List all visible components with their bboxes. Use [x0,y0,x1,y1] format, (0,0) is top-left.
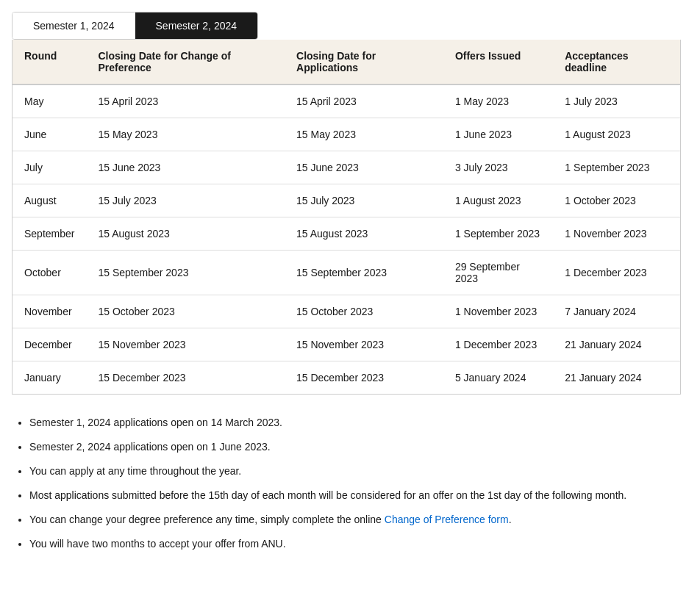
table-row: December15 November 202315 November 2023… [12,328,680,361]
table-row: September15 August 202315 August 20231 S… [12,217,680,251]
table-cell-r3-c0: August [12,184,86,217]
table-cell-r0-c4: 1 July 2023 [553,84,680,118]
table-cell-r4-c2: 15 August 2023 [285,217,443,251]
table-cell-r4-c0: September [12,217,86,251]
table-cell-r0-c2: 15 April 2023 [285,84,443,118]
table-cell-r2-c1: 15 June 2023 [86,151,285,184]
table-cell-r8-c3: 5 January 2024 [443,361,553,395]
col-header-offers-issued: Offers Issued [443,40,553,84]
table-cell-r7-c1: 15 November 2023 [86,328,285,361]
tab-group: Semester 1, 2024 Semester 2, 2024 [12,12,258,40]
table-cell-r6-c4: 7 January 2024 [553,295,680,328]
table-cell-r5-c0: October [12,251,86,295]
table-cell-r1-c1: 15 May 2023 [86,118,285,151]
table-cell-r4-c3: 1 September 2023 [443,217,553,251]
col-header-closing-change: Closing Date for Change of Preference [86,40,285,84]
note-item-4: Most applications submitted before the 1… [29,488,681,503]
table-cell-r0-c1: 15 April 2023 [86,84,285,118]
table-cell-r5-c2: 15 September 2023 [285,251,443,295]
note-item-5: You can change your degree preference an… [29,512,681,528]
table-row: July15 June 202315 June 20233 July 20231… [12,151,680,184]
table-cell-r5-c3: 29 September 2023 [443,251,553,295]
table-cell-r8-c0: January [12,361,86,395]
table-cell-r7-c2: 15 November 2023 [285,328,443,361]
schedule-table-container: Round Closing Date for Change of Prefere… [12,40,681,395]
table-row: May15 April 202315 April 20231 May 20231… [12,84,680,118]
note-item-1: Semester 1, 2024 applications open on 14… [29,415,681,431]
table-cell-r4-c4: 1 November 2023 [553,217,680,251]
tab-semester-1[interactable]: Semester 1, 2024 [12,12,135,39]
col-header-closing-applications: Closing Date for Applications [285,40,443,84]
table-cell-r8-c1: 15 December 2023 [86,361,285,395]
notes-list: Semester 1, 2024 applications open on 14… [12,415,681,552]
table-cell-r8-c2: 15 December 2023 [285,361,443,395]
table-cell-r2-c4: 1 September 2023 [553,151,680,184]
table-row: January15 December 202315 December 20235… [12,361,680,395]
table-cell-r1-c2: 15 May 2023 [285,118,443,151]
table-cell-r0-c0: May [12,84,86,118]
table-cell-r6-c2: 15 October 2023 [285,295,443,328]
table-cell-r6-c3: 1 November 2023 [443,295,553,328]
col-header-acceptances: Acceptances deadline [553,40,680,84]
note-item-6: You will have two months to accept your … [29,536,681,552]
table-header-row: Round Closing Date for Change of Prefere… [12,40,680,84]
table-cell-r6-c0: November [12,295,86,328]
table-row: June15 May 202315 May 20231 June 20231 A… [12,118,680,151]
table-cell-r5-c4: 1 December 2023 [553,251,680,295]
table-cell-r4-c1: 15 August 2023 [86,217,285,251]
note-item-2: Semester 2, 2024 applications open on 1 … [29,439,681,455]
table-row: August15 July 202315 July 20231 August 2… [12,184,680,217]
table-cell-r6-c1: 15 October 2023 [86,295,285,328]
table-cell-r2-c0: July [12,151,86,184]
table-cell-r1-c4: 1 August 2023 [553,118,680,151]
table-cell-r3-c1: 15 July 2023 [86,184,285,217]
table-cell-r2-c3: 3 July 2023 [443,151,553,184]
col-header-round: Round [12,40,86,84]
table-cell-r0-c3: 1 May 2023 [443,84,553,118]
notes-section: Semester 1, 2024 applications open on 14… [12,415,681,552]
table-cell-r1-c0: June [12,118,86,151]
table-cell-r3-c3: 1 August 2023 [443,184,553,217]
table-row: November15 October 202315 October 20231 … [12,295,680,328]
table-cell-r8-c4: 21 January 2024 [553,361,680,395]
note-item-3: You can apply at any time throughout the… [29,464,681,479]
table-cell-r7-c4: 21 January 2024 [553,328,680,361]
table-body: May15 April 202315 April 20231 May 20231… [12,84,680,394]
table-cell-r5-c1: 15 September 2023 [86,251,285,295]
table-cell-r7-c0: December [12,328,86,361]
table-cell-r3-c4: 1 October 2023 [553,184,680,217]
table-row: October15 September 202315 September 202… [12,251,680,295]
change-of-preference-link[interactable]: Change of Preference form [385,514,509,525]
table-cell-r2-c2: 15 June 2023 [285,151,443,184]
schedule-table: Round Closing Date for Change of Prefere… [12,40,680,394]
tab-semester-2[interactable]: Semester 2, 2024 [135,12,258,39]
table-cell-r1-c3: 1 June 2023 [443,118,553,151]
table-cell-r7-c3: 1 December 2023 [443,328,553,361]
table-cell-r3-c2: 15 July 2023 [285,184,443,217]
